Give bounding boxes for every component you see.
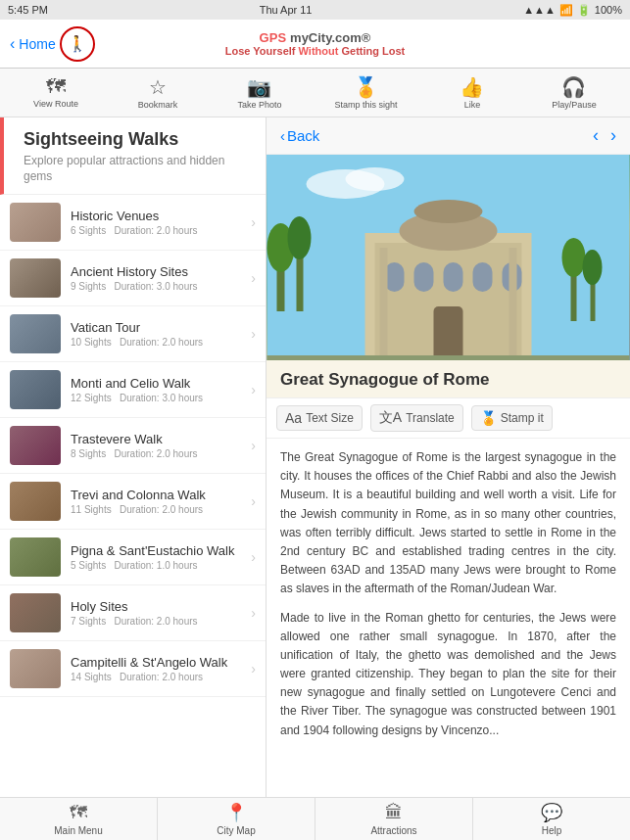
walk-item[interactable]: Historic Venues 6 Sights Duration: 2.0 h… <box>0 195 266 251</box>
text-size-icon: Aa <box>285 410 302 426</box>
walk-chevron-icon: › <box>251 438 256 453</box>
stamp-it-button[interactable]: 🏅 Stamp it <box>471 405 553 431</box>
toolbar-like[interactable]: 👍 Like <box>445 75 499 111</box>
description: The Great Synagogue of Rome is the large… <box>267 439 630 750</box>
status-day: Thu Apr 11 <box>260 4 313 16</box>
tagline-without: Without <box>299 45 342 57</box>
walk-item[interactable]: Pigna & Sant'Eustachio Walk 5 Sights Dur… <box>0 530 266 585</box>
walk-item[interactable]: Monti and Celio Walk 12 Sights Duration:… <box>0 362 266 418</box>
svg-rect-14 <box>444 262 463 292</box>
toolbar-bookmark[interactable]: ☆ Bookmark <box>130 75 184 111</box>
toolbar-view-route-label: View Route <box>33 100 78 110</box>
tab-bar: 🗺 Main Menu 📍 City Map 🏛 Attractions 💬 H… <box>0 797 630 840</box>
walk-name: Trevi and Colonna Walk <box>71 488 251 502</box>
walk-thumbnail <box>10 314 61 353</box>
walk-thumbnail <box>10 537 61 577</box>
toolbar-take-photo-label: Take Photo <box>237 101 281 111</box>
walk-chevron-icon: › <box>251 326 256 342</box>
walk-item[interactable]: Holy Sites 7 Sights Duration: 2.0 hours … <box>0 585 266 641</box>
walk-name: Pigna & Sant'Eustachio Walk <box>71 543 251 558</box>
nav-arrows: ‹ › <box>593 125 616 146</box>
attraction-title: Great Synagogue of Rome <box>267 360 630 398</box>
home-button[interactable]: ‹ Home 🚶 <box>10 26 95 62</box>
tab-attractions[interactable]: 🏛 Attractions <box>315 798 473 840</box>
status-time: 5:45 PM <box>8 4 48 16</box>
stamp-it-icon: 🏅 <box>480 410 497 426</box>
svg-rect-25 <box>267 355 630 360</box>
logo-circle: 🚶 <box>60 26 95 62</box>
tab-label-attractions: Attractions <box>370 825 416 836</box>
toolbar-take-photo[interactable]: 📷 Take Photo <box>232 75 286 111</box>
toolbar: 🗺 View Route ☆ Bookmark 📷 Take Photo 🏅 S… <box>0 69 630 117</box>
tab-city-map[interactable]: 📍 City Map <box>158 798 315 840</box>
walk-name: Holy Sites <box>71 599 251 614</box>
walk-meta: 14 Sights Duration: 2.0 hours <box>71 672 251 682</box>
toolbar-play-pause-label: Play/Pause <box>552 101 597 111</box>
walk-meta: 5 Sights Duration: 1.0 hours <box>71 560 251 571</box>
walk-chevron-icon: › <box>251 549 256 565</box>
walk-info: Campitelli & St'Angelo Walk 14 Sights Du… <box>71 655 251 682</box>
map-icon: 🗺 <box>46 75 66 98</box>
prev-arrow-icon[interactable]: ‹ <box>593 125 599 146</box>
walk-item[interactable]: Trastevere Walk 8 Sights Duration: 2.0 h… <box>0 418 266 474</box>
walk-meta: 11 Sights Duration: 2.0 hours <box>71 504 251 515</box>
walk-meta: 10 Sights Duration: 2.0 hours <box>71 337 251 348</box>
home-label: Home <box>19 36 55 52</box>
walk-thumbnail <box>10 258 61 298</box>
svg-rect-13 <box>414 262 434 292</box>
text-size-button[interactable]: Aa Text Size <box>276 405 363 431</box>
svg-point-11 <box>414 200 483 223</box>
tab-main-menu[interactable]: 🗺 Main Menu <box>0 798 158 840</box>
walk-item[interactable]: Ancient History Sites 9 Sights Duration:… <box>0 251 266 306</box>
walk-item[interactable]: Campitelli & St'Angelo Walk 14 Sights Du… <box>0 641 266 697</box>
walk-name: Vatican Tour <box>71 320 251 335</box>
walk-chevron-icon: › <box>251 214 256 230</box>
walk-meta: 6 Sights Duration: 2.0 hours <box>71 225 251 236</box>
tab-help[interactable]: 💬 Help <box>473 798 630 840</box>
app-logo: GPSmyCity.com® Lose Yourself Without Get… <box>10 30 620 57</box>
stamp-it-label: Stamp it <box>501 411 544 425</box>
walk-info: Pigna & Sant'Eustachio Walk 5 Sights Dur… <box>71 543 251 571</box>
walk-item[interactable]: Trevi and Colonna Walk 11 Sights Duratio… <box>0 474 266 530</box>
battery-icon: 🔋 <box>577 4 591 17</box>
walk-chevron-icon: › <box>251 382 256 397</box>
walk-item[interactable]: Vatican Tour 10 Sights Duration: 2.0 hou… <box>0 306 266 362</box>
toolbar-stamp-this[interactable]: 🏅 Stamp this sight <box>334 75 397 111</box>
svg-point-22 <box>562 238 586 277</box>
camera-icon: 📷 <box>247 75 271 99</box>
walk-thumbnail <box>10 203 61 242</box>
walk-name: Monti and Celio Walk <box>71 376 251 391</box>
back-nav: ‹ Back ‹ › <box>267 117 630 155</box>
walk-meta: 7 Sights Duration: 2.0 hours <box>71 616 251 627</box>
status-bar: 5:45 PM Thu Apr 11 ▲▲▲ 📶 🔋 100% <box>0 0 630 20</box>
logo-brand: GPSmyCity.com® <box>260 30 371 45</box>
walk-thumbnail <box>10 593 61 632</box>
toolbar-play-pause[interactable]: 🎧 Play/Pause <box>547 75 601 111</box>
toolbar-view-route[interactable]: 🗺 View Route <box>28 75 82 110</box>
tagline-getting: Getting Lost <box>341 45 405 57</box>
walk-info: Trevi and Colonna Walk 11 Sights Duratio… <box>71 488 251 515</box>
attraction-image <box>267 155 630 360</box>
description-p2: Made to live in the Roman ghetto for cen… <box>280 609 616 740</box>
walk-thumbnail <box>10 482 61 521</box>
app-header: ‹ Home 🚶 GPSmyCity.com® Lose Yourself Wi… <box>0 20 630 69</box>
headphones-icon: 🎧 <box>561 75 586 99</box>
tab-icon-main-menu: 🗺 <box>70 803 87 823</box>
next-arrow-icon[interactable]: › <box>610 125 616 146</box>
back-button[interactable]: ‹ Back <box>280 127 319 144</box>
svg-point-24 <box>583 250 603 285</box>
walk-name: Trastevere Walk <box>71 432 251 446</box>
tab-label-help: Help <box>542 825 562 836</box>
signal-icon: ▲▲▲ <box>523 4 556 16</box>
translate-button[interactable]: 文A Translate <box>370 404 463 432</box>
toolbar-like-label: Like <box>464 101 481 111</box>
tab-icon-help: 💬 <box>541 802 562 823</box>
walk-chevron-icon: › <box>251 661 256 677</box>
svg-rect-19 <box>509 248 517 360</box>
tab-label-main-menu: Main Menu <box>54 825 102 836</box>
tab-label-city-map: City Map <box>217 825 255 836</box>
back-label: Back <box>287 127 319 144</box>
svg-rect-18 <box>380 248 388 360</box>
bookmark-icon: ☆ <box>149 75 167 99</box>
translate-icon: 文A <box>379 409 402 427</box>
